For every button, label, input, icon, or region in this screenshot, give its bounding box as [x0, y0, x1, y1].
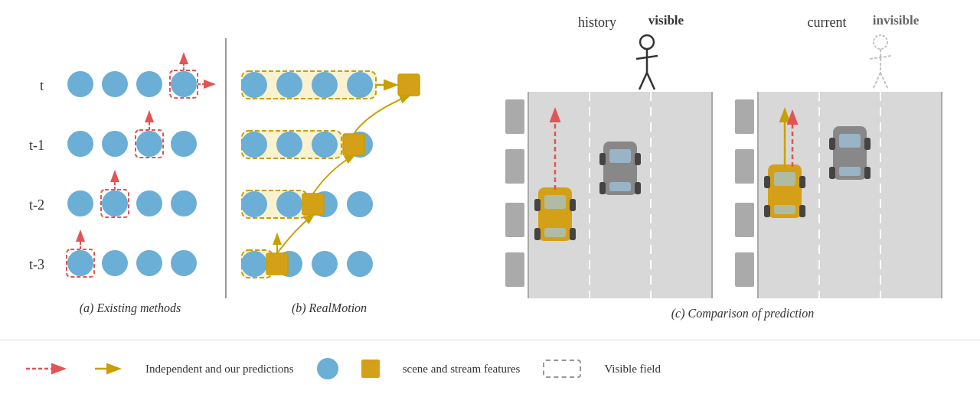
- right-diagram: history current visible invisible: [505, 0, 980, 337]
- time-t3: t-3: [29, 257, 44, 272]
- dot-b-t1-1: [241, 132, 267, 158]
- dot-b-t-1: [241, 72, 267, 98]
- dot-b-t-3: [312, 72, 338, 98]
- building-hist-2: [505, 149, 524, 184]
- time-t2: t-2: [29, 197, 44, 213]
- svg-rect-19: [609, 182, 631, 191]
- building-curr-2: [735, 149, 754, 184]
- svg-rect-12: [544, 228, 566, 237]
- feature-b-t1: [343, 134, 364, 155]
- svg-rect-22: [599, 182, 606, 194]
- svg-rect-32: [839, 134, 861, 148]
- arrow-b-t2-to-t1: [313, 155, 354, 194]
- legend-circle: [317, 358, 338, 379]
- dot-a-t3-4: [171, 250, 197, 276]
- dot-a-t1-1: [67, 131, 93, 157]
- legend-arrow-text: Independent and our predictions: [145, 363, 294, 376]
- dot-a-t1-3-highlight: [136, 131, 162, 157]
- dot-a-t1-2: [102, 131, 128, 157]
- dot-b-t3-4: [347, 251, 373, 277]
- arrow-b-t3-to-t2: [277, 215, 313, 253]
- caption-b: (b) RealMotion: [292, 301, 367, 315]
- dot-a-t3-2: [102, 250, 128, 276]
- dot-b-t1-3: [312, 132, 338, 158]
- building-curr-3: [735, 203, 754, 237]
- dot-a-t-1: [67, 71, 93, 97]
- building-hist-1: [505, 99, 524, 134]
- svg-rect-34: [829, 138, 835, 150]
- svg-rect-18: [609, 149, 631, 163]
- svg-rect-37: [864, 167, 871, 179]
- svg-rect-26: [774, 205, 795, 214]
- person-invisible: [870, 35, 891, 89]
- dot-a-t1-4: [171, 131, 197, 157]
- svg-rect-25: [774, 172, 795, 186]
- svg-rect-21: [635, 153, 641, 165]
- dot-a-t-4-highlight: [171, 71, 197, 97]
- feature-b-t: [398, 74, 420, 96]
- legend-red-arrow-item: [23, 361, 69, 376]
- current-label: current: [808, 15, 847, 30]
- svg-point-0: [640, 35, 654, 49]
- svg-rect-29: [764, 205, 770, 217]
- legend-visible-text: Visible field: [604, 363, 661, 376]
- dot-a-t-3: [136, 71, 162, 97]
- left-diagram: t t-1 t-2 t-3: [0, 0, 505, 337]
- dot-b-t-4: [347, 72, 373, 98]
- car-gray-current: [829, 126, 871, 180]
- legend-scene-text: scene and stream features: [403, 363, 521, 376]
- legend-dashed-box: [543, 360, 581, 378]
- svg-line-9: [880, 73, 888, 89]
- legend-square: [361, 360, 380, 378]
- dot-a-t2-4: [171, 190, 197, 216]
- building-hist-3: [505, 203, 524, 237]
- svg-rect-16: [570, 228, 576, 240]
- dot-a-t-2: [102, 71, 128, 97]
- person-visible: [636, 35, 658, 89]
- svg-line-3: [639, 73, 647, 89]
- caption-a: (a) Existing methods: [80, 301, 181, 315]
- svg-rect-35: [864, 138, 871, 150]
- building-curr-1: [735, 99, 754, 134]
- time-t: t: [40, 78, 44, 93]
- building-hist-4: [505, 252, 524, 287]
- dot-b-t-2: [276, 72, 302, 98]
- dot-b-t3-1: [241, 251, 267, 277]
- legend-gold-arrow-item: [92, 361, 122, 376]
- car-yellow-history: [534, 187, 576, 241]
- arrow-b-t1-to-t: [354, 96, 409, 134]
- dot-a-t3-1-highlight: [67, 250, 93, 276]
- svg-rect-20: [599, 153, 606, 165]
- legend-red-arrow-svg: [23, 361, 69, 376]
- dot-a-t2-2-highlight: [102, 190, 128, 216]
- dot-b-t2-1: [241, 191, 267, 217]
- feature-b-t2: [302, 194, 324, 215]
- dot-b-t1-2: [276, 132, 302, 158]
- dot-b-t3-3: [312, 251, 338, 277]
- svg-rect-28: [799, 176, 805, 188]
- car-yellow-current: [764, 164, 805, 218]
- svg-rect-11: [544, 195, 566, 209]
- visible-label: visible: [648, 13, 684, 28]
- svg-point-5: [874, 35, 887, 49]
- legend-gold-arrow-svg: [92, 361, 122, 376]
- dot-a-t2-3: [136, 190, 162, 216]
- svg-rect-36: [829, 167, 835, 179]
- svg-rect-15: [534, 228, 541, 240]
- feature-b-t3: [266, 253, 288, 275]
- svg-rect-27: [764, 176, 770, 188]
- time-t1: t-1: [29, 138, 44, 153]
- svg-rect-30: [799, 205, 805, 217]
- invisible-label: invisible: [873, 13, 920, 28]
- svg-line-4: [647, 73, 655, 89]
- dot-a-t3-3: [136, 250, 162, 276]
- dot-b-t2-2: [276, 191, 302, 217]
- car-gray-history: [599, 142, 641, 195]
- legend-bar: Independent and our predictions scene an…: [0, 340, 980, 397]
- svg-rect-33: [839, 167, 861, 176]
- building-curr-4: [735, 252, 754, 287]
- dot-a-t2-1: [67, 190, 93, 216]
- main-container: t t-1 t-2 t-3: [0, 0, 980, 397]
- svg-rect-14: [570, 199, 576, 211]
- svg-rect-23: [635, 182, 641, 194]
